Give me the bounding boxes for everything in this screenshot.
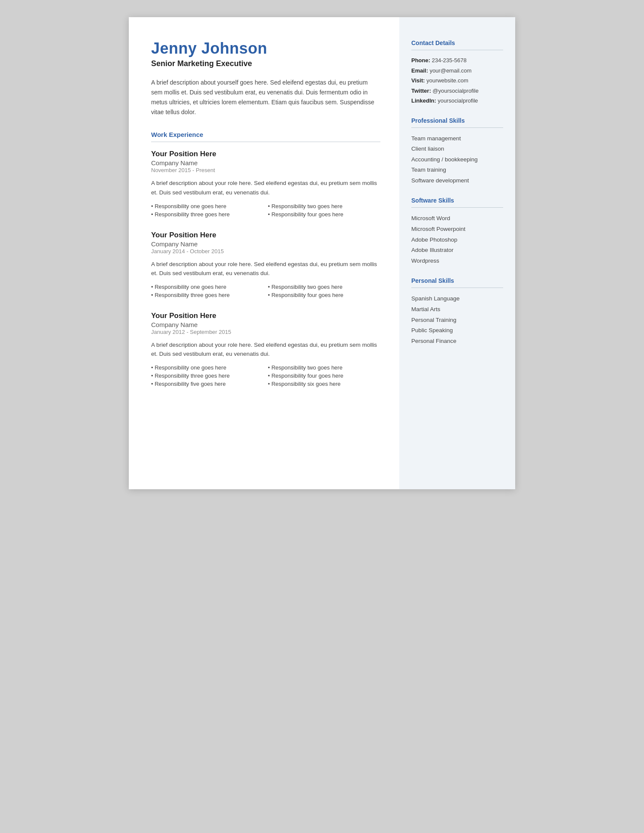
resume-page: Jenny Johnson Senior Marketing Executive… (129, 17, 515, 489)
resp-2-1: Responsibility one goes here (151, 283, 264, 291)
linkedin-label: LinkedIn: (411, 97, 436, 104)
company-name-3: Company Name (151, 321, 380, 328)
name-title-block: Jenny Johnson Senior Marketing Executive (151, 39, 380, 68)
pers-skill-4: Public Speaking (411, 326, 503, 335)
job-block-1: Your Position Here Company Name November… (151, 150, 380, 218)
job-desc-3: A brief description about your role here… (151, 340, 380, 359)
email-label: Email: (411, 67, 428, 74)
phone-label: Phone: (411, 57, 430, 64)
personal-skills-divider (411, 288, 503, 288)
responsibilities-2: Responsibility one goes here Responsibil… (151, 283, 380, 299)
pers-skill-1: Spanish Language (411, 294, 503, 303)
prof-skill-5: Software development (411, 176, 503, 185)
resp-2-2: Responsibility two goes here (268, 283, 380, 291)
contact-block: Contact Details Phone: 234-235-5678 Emai… (411, 39, 503, 105)
pers-skill-5: Personal Finance (411, 336, 503, 346)
resp-1-1: Responsibility one goes here (151, 203, 264, 210)
email-value: your@email.com (430, 67, 472, 74)
resp-3-5: Responsibility five goes here (151, 380, 264, 388)
contact-details-heading: Contact Details (411, 39, 503, 46)
sw-skill-4: Adobe Illustrator (411, 245, 503, 255)
contact-twitter: Twitter: @yoursocialprofile (411, 87, 503, 95)
job-title-1: Your Position Here (151, 150, 380, 158)
responsibilities-3: Responsibility one goes here Responsibil… (151, 364, 380, 388)
pers-skill-2: Martial Arts (411, 305, 503, 314)
responsibilities-1: Responsibility one goes here Responsibil… (151, 203, 380, 218)
resp-3-2: Responsibility two goes here (268, 364, 380, 371)
prof-skill-1: Team management (411, 134, 503, 143)
prof-skill-2: Client liaison (411, 144, 503, 154)
contact-linkedin: LinkedIn: yoursocialprofile (411, 97, 503, 105)
sw-skill-5: Wordpress (411, 256, 503, 266)
job-dates-2: January 2014 - October 2015 (151, 248, 380, 254)
contact-phone: Phone: 234-235-5678 (411, 56, 503, 65)
resp-3-4: Responsibility four goes here (268, 372, 380, 379)
personal-skills-heading: Personal Skills (411, 277, 503, 284)
resp-2-4: Responsibility four goes here (268, 291, 380, 299)
job-block-3: Your Position Here Company Name January … (151, 312, 380, 388)
job-title-3: Your Position Here (151, 312, 380, 320)
prof-skill-4: Team training (411, 165, 503, 175)
professional-skills-heading: Professional Skills (411, 117, 503, 124)
twitter-label: Twitter: (411, 88, 431, 94)
resp-1-3: Responsibility three goes here (151, 211, 264, 218)
prof-skill-3: Accounting / bookkeeping (411, 155, 503, 164)
professional-skills-divider (411, 127, 503, 128)
job-desc-2: A brief description about your role here… (151, 260, 380, 278)
job-title-2: Your Position Here (151, 231, 380, 239)
work-experience-heading: Work Experience (151, 131, 380, 138)
linkedin-value: yoursocialprofile (437, 97, 478, 104)
personal-skills-block: Personal Skills Spanish Language Martial… (411, 277, 503, 345)
resp-3-1: Responsibility one goes here (151, 364, 264, 371)
resp-3-3: Responsibility three goes here (151, 372, 264, 379)
company-name-2: Company Name (151, 240, 380, 248)
contact-divider (411, 50, 503, 50)
company-name-1: Company Name (151, 159, 380, 167)
resp-3-6: Responsibility six goes here (268, 380, 380, 388)
pers-skill-3: Personal Training (411, 315, 503, 325)
job-title-header: Senior Marketing Executive (151, 59, 380, 68)
contact-visit: Visit: yourwebsite.com (411, 76, 503, 85)
resp-1-2: Responsibility two goes here (268, 203, 380, 210)
visit-value: yourwebsite.com (426, 77, 468, 84)
resp-2-3: Responsibility three goes here (151, 291, 264, 299)
professional-skills-block: Professional Skills Team management Clie… (411, 117, 503, 185)
job-block-2: Your Position Here Company Name January … (151, 231, 380, 299)
software-skills-block: Software Skills Microsoft Word Microsoft… (411, 197, 503, 265)
work-experience-divider (151, 142, 380, 142)
job-desc-1: A brief description about your role here… (151, 179, 380, 197)
job-dates-1: November 2015 - Present (151, 167, 380, 173)
contact-email: Email: your@email.com (411, 67, 503, 75)
full-name: Jenny Johnson (151, 39, 380, 58)
sw-skill-2: Microsoft Powerpoint (411, 224, 503, 234)
visit-label: Visit: (411, 77, 425, 84)
bio-text: A brief description about yourself goes … (151, 78, 380, 117)
phone-value: 234-235-5678 (432, 57, 467, 64)
software-skills-heading: Software Skills (411, 197, 503, 204)
main-content: Jenny Johnson Senior Marketing Executive… (129, 17, 399, 489)
twitter-value: @yoursocialprofile (433, 88, 479, 94)
software-skills-divider (411, 207, 503, 208)
resp-1-4: Responsibility four goes here (268, 211, 380, 218)
sw-skill-1: Microsoft Word (411, 214, 503, 223)
sw-skill-3: Adobe Photoshop (411, 235, 503, 245)
job-dates-3: January 2012 - September 2015 (151, 329, 380, 335)
sidebar: Contact Details Phone: 234-235-5678 Emai… (399, 17, 515, 489)
